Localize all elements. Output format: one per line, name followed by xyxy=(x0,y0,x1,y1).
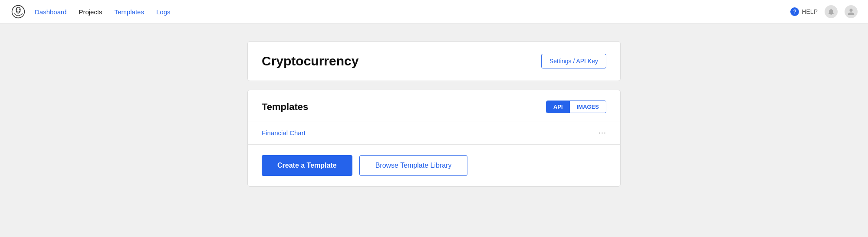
tab-api[interactable]: API xyxy=(546,101,570,113)
svg-point-3 xyxy=(19,9,20,10)
navbar: Dashboard Projects Templates Logs ? HELP xyxy=(0,0,868,24)
help-button[interactable]: ? HELP xyxy=(790,7,818,16)
templates-footer: Create a Template Browse Template Librar… xyxy=(248,145,620,186)
tab-images[interactable]: IMAGES xyxy=(570,101,606,113)
settings-api-key-button[interactable]: Settings / API Key xyxy=(541,54,606,68)
logo xyxy=(10,4,26,19)
help-label: HELP xyxy=(802,8,818,15)
navbar-right: ? HELP xyxy=(790,5,858,18)
tab-group: API IMAGES xyxy=(546,101,606,113)
project-card: Cryptocurrency Settings / API Key xyxy=(247,41,621,81)
table-row: Financial Chart ··· xyxy=(248,121,620,145)
project-title: Cryptocurrency xyxy=(262,54,358,68)
user-avatar[interactable] xyxy=(845,5,858,18)
nav-links: Dashboard Projects Templates Logs xyxy=(35,8,790,16)
browse-template-library-button[interactable]: Browse Template Library xyxy=(359,155,468,176)
templates-title: Templates xyxy=(262,101,308,113)
nav-projects[interactable]: Projects xyxy=(79,8,102,16)
templates-card: Templates API IMAGES Financial Chart ···… xyxy=(247,90,621,187)
template-menu-icon[interactable]: ··· xyxy=(598,128,606,137)
help-icon: ? xyxy=(790,7,799,16)
templates-list: Financial Chart ··· xyxy=(248,121,620,145)
nav-dashboard[interactable]: Dashboard xyxy=(35,8,66,16)
templates-header: Templates API IMAGES xyxy=(248,90,620,121)
svg-point-2 xyxy=(16,9,17,10)
main-content: Cryptocurrency Settings / API Key Templa… xyxy=(0,24,868,204)
notification-icon[interactable] xyxy=(825,5,838,18)
nav-templates[interactable]: Templates xyxy=(115,8,144,16)
create-template-button[interactable]: Create a Template xyxy=(262,155,352,176)
nav-logs[interactable]: Logs xyxy=(156,8,171,16)
template-financial-chart[interactable]: Financial Chart xyxy=(262,129,306,136)
